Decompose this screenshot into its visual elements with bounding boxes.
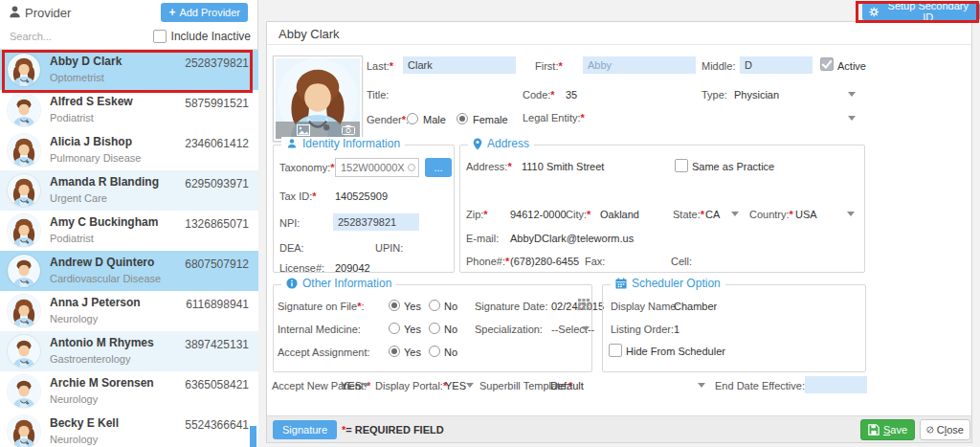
label-text: State: — [673, 209, 701, 220]
display-portal-chevron-down-icon[interactable] — [466, 383, 474, 388]
display-portal-select-value[interactable]: YES — [445, 380, 466, 392]
label-text: First: — [535, 60, 558, 72]
provider-photo-frame — [273, 56, 363, 142]
address-section: Address Address:* 1110 Smith Street Same… — [459, 145, 865, 273]
tax-id-label: Tax ID:* — [279, 190, 317, 203]
signature-on-file-no-radio[interactable] — [429, 300, 440, 311]
sidebar-search-bar: Include Inactive — [0, 25, 258, 50]
country-label: Country:* — [749, 209, 793, 221]
last-name-label: Last:* — [367, 60, 393, 73]
signature-button[interactable]: Signature — [273, 420, 337, 439]
end-date-effective-field[interactable] — [805, 376, 867, 393]
scheduler-option-section: Scheduler Option Display Name: Chamber L… — [602, 284, 866, 372]
accept-assignment-yes-radio[interactable] — [389, 346, 400, 357]
state-chevron-down-icon[interactable] — [731, 212, 739, 216]
provider-specialty: Neurology — [50, 393, 98, 405]
provider-phone: 6807507912 — [185, 257, 249, 271]
signature-on-file-yes-radio[interactable] — [389, 300, 400, 311]
male-doctor-avatar — [8, 94, 40, 126]
gender-female-label: Female — [473, 114, 508, 126]
accept-new-patient-chevron-down-icon[interactable] — [362, 383, 369, 388]
save-button[interactable]: Save — [860, 419, 915, 440]
taxonomy-lookup-button[interactable]: ... — [425, 158, 452, 177]
provider-name: Archie M Sorensen — [50, 376, 154, 390]
provider-row[interactable]: Alicia J Bishop Pulmonary Disease 234606… — [0, 130, 258, 171]
setup-secondary-id-button[interactable]: Setup Secondary ID — [862, 3, 980, 20]
setup-secondary-id-label: Setup Secondary ID — [883, 0, 973, 23]
accept-new-patient-select-value[interactable]: YES — [341, 380, 362, 392]
specialization-chevron-down-icon[interactable] — [582, 326, 590, 331]
type-chevron-down-icon[interactable] — [848, 92, 856, 97]
camera-icon[interactable] — [342, 124, 355, 135]
display-portal-label: Display Portal:* — [375, 380, 447, 392]
detail-footer: Signature *= REQUIRED FIELD Save Close — [267, 415, 971, 442]
close-button[interactable]: Close — [920, 419, 970, 440]
provider-name: Alfred S Eskew — [50, 95, 133, 108]
provider-row[interactable]: Andrew D Quintero Cardiovascular Disease… — [0, 251, 258, 292]
provider-phone: 5524366641 — [185, 418, 249, 432]
gender-male-radio[interactable] — [407, 113, 418, 124]
hide-from-scheduler-checkbox[interactable] — [609, 344, 622, 357]
provider-row[interactable]: Amy C Buckingham Podiatrist 1326865071 — [0, 211, 258, 252]
code-label: Code:* — [523, 89, 555, 101]
internal-medicine-yes-radio[interactable] — [389, 323, 400, 334]
plus-icon: + — [168, 6, 175, 19]
provider-name: Andrew D Quintero — [50, 256, 154, 269]
yes-label: Yes — [404, 346, 421, 359]
provider-row[interactable]: Anna J Peterson Neurology 6116898941 — [0, 291, 258, 332]
gender-label: Gender*: — [367, 114, 409, 126]
taxonomy-field[interactable]: 152W00000X — [335, 158, 419, 177]
search-input[interactable] — [8, 30, 122, 43]
middle-name-label: Middle: — [702, 60, 735, 73]
first-name-field[interactable]: Abby — [583, 56, 696, 74]
provider-detail-panel: Abby Clark — [266, 21, 972, 443]
type-label: Type: — [702, 89, 727, 101]
gender-female-radio[interactable] — [457, 113, 468, 124]
same-as-practice-checkbox[interactable] — [675, 159, 688, 172]
provider-row[interactable]: Amanda R Blanding Urgent Care 6295093971 — [0, 170, 258, 212]
date-picker-icon[interactable] — [578, 299, 590, 310]
provider-name: Amy C Buckingham — [50, 215, 158, 229]
provider-phone: 6295093971 — [185, 177, 249, 190]
required-marker: * — [312, 190, 316, 202]
sidebar-scrollbar-thumb[interactable] — [250, 426, 256, 447]
provider-row[interactable]: Alfred S Eskew Podiatrist 5875991521 — [0, 90, 258, 131]
provider-specialty: Pulmonary Disease — [50, 152, 141, 164]
middle-name-field[interactable]: D — [740, 56, 813, 74]
same-as-practice-label: Same as Practice — [692, 161, 774, 173]
provider-row[interactable]: Becky E Kell Neurology 5524366641 — [0, 412, 258, 447]
display-name-value: Chamber — [674, 301, 717, 313]
superbill-template-select-value[interactable]: Default — [550, 380, 584, 392]
npi-field[interactable]: 2528379821 — [333, 213, 419, 231]
save-label-rest: ave — [890, 424, 907, 436]
country-chevron-down-icon[interactable] — [847, 212, 855, 216]
include-inactive-checkbox[interactable] — [153, 30, 167, 43]
last-name-field[interactable]: Clark — [403, 56, 516, 74]
legal-entity-chevron-down-icon[interactable] — [848, 116, 856, 121]
add-provider-button[interactable]: + Add Provider — [161, 3, 248, 22]
provider-row[interactable]: Antonio M Rhymes Gastroenterology 389742… — [0, 331, 258, 372]
zip-value: 94612-0000 — [510, 209, 567, 221]
no-label: No — [444, 301, 457, 313]
provider-row[interactable]: Archie M Sorensen Neurology 6365058421 — [0, 371, 258, 413]
close-label-rest: ose — [947, 424, 964, 436]
end-date-effective-label: End Date Effective: — [715, 380, 805, 392]
zip-label: Zip:* — [466, 209, 488, 221]
detail-form: Last:* Clark First:* Abby Middle: D Acti… — [267, 45, 971, 415]
provider-phone: 5875991521 — [185, 97, 249, 110]
clear-icon[interactable] — [408, 164, 415, 171]
country-select-value[interactable]: USA — [795, 209, 817, 221]
required-marker: * — [587, 209, 590, 220]
type-select-value[interactable]: Physician — [734, 89, 779, 101]
female-doctor-avatar — [8, 134, 40, 167]
detail-title: Abby Clark — [278, 27, 340, 41]
superbill-template-chevron-down-icon[interactable] — [698, 383, 705, 388]
gear-icon — [869, 7, 880, 17]
active-checkbox[interactable] — [820, 57, 834, 71]
picture-icon[interactable] — [297, 124, 310, 136]
state-select-value[interactable]: CA — [705, 209, 720, 221]
add-provider-label: Add Provider — [179, 7, 240, 18]
accept-assignment-no-radio[interactable] — [429, 346, 440, 357]
provider-row[interactable]: Abby D Clark Optometrist 2528379821 — [0, 50, 258, 91]
internal-medicine-no-radio[interactable] — [429, 323, 440, 334]
